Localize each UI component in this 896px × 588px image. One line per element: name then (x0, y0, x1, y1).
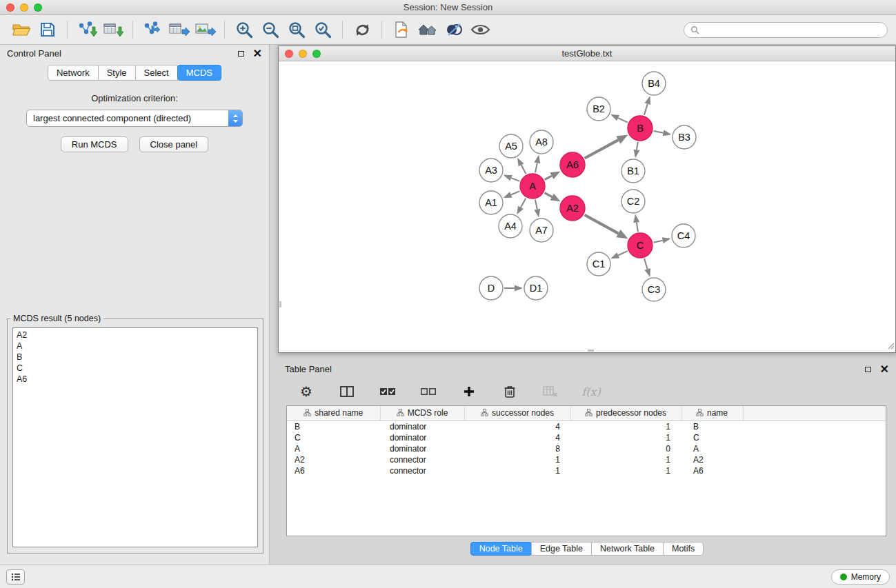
column-header-shared-name[interactable]: shared name (287, 406, 380, 420)
graph-edge-C-C3[interactable] (644, 258, 650, 277)
zoom-in-button[interactable] (231, 18, 257, 41)
graph-edge-C-C2[interactable] (633, 214, 639, 232)
graph-edge-A-A3[interactable] (504, 175, 520, 181)
graph-edge-A-A1[interactable] (504, 191, 520, 198)
column-header-successor-nodes[interactable]: successor nodes (464, 406, 570, 420)
graph-edge-A6-B[interactable] (585, 135, 628, 159)
mcds-result-item[interactable]: A6 (17, 374, 254, 385)
graph-node-A8[interactable]: A8 (530, 130, 553, 154)
mcds-result-item[interactable]: B (17, 352, 254, 363)
graph-node-C4[interactable]: C4 (672, 224, 695, 247)
maximize-network-window-button[interactable] (312, 50, 321, 58)
zoom-out-button[interactable] (257, 18, 283, 41)
deselect-all-columns-button[interactable] (415, 380, 441, 403)
vertical-scroll-indicator[interactable] (279, 301, 281, 307)
zoom-selected-button[interactable] (310, 18, 336, 41)
float-table-panel-icon[interactable] (865, 367, 871, 372)
network-graph[interactable]: B4B2BB3A8A5A6A3B1AC2A1A2A4A7C4CC1C3DD1 (279, 61, 895, 352)
close-panel-icon[interactable]: ✕ (253, 48, 262, 59)
graph-node-A6[interactable]: A6 (560, 152, 585, 177)
table-row[interactable]: A6connector11A6 (287, 465, 886, 476)
select-all-columns-button[interactable] (375, 380, 401, 403)
graph-edge-A-A7[interactable] (534, 200, 540, 218)
graph-edge-A-A6[interactable] (545, 171, 561, 179)
control-tab-select[interactable]: Select (135, 65, 178, 81)
resize-grip-icon[interactable] (887, 341, 895, 352)
graph-node-A7[interactable]: A7 (530, 219, 553, 242)
maximize-window-button[interactable] (34, 3, 42, 12)
delete-column-button[interactable] (497, 380, 523, 403)
control-tab-mcds[interactable]: MCDS (177, 65, 221, 81)
session-file-button[interactable] (388, 18, 415, 41)
graph-node-C2[interactable]: C2 (621, 190, 645, 213)
graph-node-B4[interactable]: B4 (642, 72, 666, 95)
create-column-button[interactable] (456, 380, 482, 403)
graph-node-C[interactable]: C (628, 233, 653, 258)
function-builder-button[interactable]: f(x) (578, 380, 604, 403)
run-mcds-button[interactable]: Run MCDS (61, 136, 128, 152)
close-window-button[interactable] (6, 3, 14, 12)
graph-node-C1[interactable]: C1 (587, 252, 610, 276)
horizontal-scroll-indicator[interactable] (588, 349, 594, 352)
table-tab-network-table[interactable]: Network Table (591, 542, 664, 556)
graph-node-C3[interactable]: C3 (642, 278, 666, 301)
graph-node-B[interactable]: B (628, 116, 653, 141)
graph-node-B2[interactable]: B2 (587, 97, 610, 121)
graph-node-A4[interactable]: A4 (499, 214, 522, 238)
table-tab-node-table[interactable]: Node Table (470, 542, 532, 556)
task-history-button[interactable] (6, 569, 25, 585)
criterion-dropdown[interactable]: largest connected component (directed) (26, 110, 243, 127)
close-network-window-button[interactable] (285, 50, 293, 58)
graph-edge-B-B4[interactable] (644, 96, 650, 115)
table-row[interactable]: Bdominator41B (287, 420, 886, 432)
table-tab-edge-table[interactable]: Edge Table (531, 542, 592, 556)
table-row[interactable]: A2connector11A2 (287, 454, 886, 465)
graphics-details-button[interactable] (441, 18, 467, 41)
graph-edge-B-B1[interactable] (633, 142, 639, 158)
graph-node-D[interactable]: D (479, 276, 503, 300)
show-hide-details-button[interactable] (467, 18, 493, 41)
refresh-button[interactable] (349, 18, 375, 41)
column-header-predecessor-nodes[interactable]: predecessor nodes (570, 406, 681, 420)
close-table-panel-icon[interactable]: ✕ (880, 364, 889, 375)
network-canvas[interactable]: B4B2BB3A8A5A6A3B1AC2A1A2A4A7C4CC1C3DD1 (279, 61, 895, 352)
column-header-MCDS-role[interactable]: MCDS role (380, 406, 464, 420)
search-input[interactable] (704, 25, 881, 34)
search-box[interactable] (684, 22, 888, 38)
graph-edge-C-C1[interactable] (610, 251, 627, 258)
graph-edge-C-C4[interactable] (654, 237, 671, 243)
control-tab-network[interactable]: Network (48, 65, 99, 81)
graph-edge-B-B2[interactable] (610, 114, 628, 123)
export-image-button[interactable] (192, 18, 218, 41)
minimize-network-window-button[interactable] (299, 50, 307, 58)
delete-table-button[interactable] (537, 380, 564, 403)
graph-edge-A2-C[interactable] (585, 215, 628, 239)
graph-node-B3[interactable]: B3 (673, 125, 696, 149)
graph-node-D1[interactable]: D1 (524, 276, 548, 300)
table-row[interactable]: Cdominator41C (287, 432, 886, 443)
zoom-fit-button[interactable] (283, 18, 310, 41)
open-file-button[interactable] (8, 18, 34, 41)
column-header-name[interactable]: name (681, 406, 743, 420)
graph-edge-B-B3[interactable] (654, 130, 672, 136)
graph-edge-D-D1[interactable] (504, 285, 523, 292)
close-panel-button[interactable]: Close panel (139, 136, 209, 152)
minimize-window-button[interactable] (20, 3, 28, 12)
save-session-button[interactable] (34, 18, 61, 41)
graph-node-A1[interactable]: A1 (479, 191, 503, 214)
home-overview-button[interactable] (415, 18, 441, 41)
graph-node-A5[interactable]: A5 (499, 134, 523, 158)
table-row[interactable]: Adominator80A (287, 443, 886, 454)
graph-node-A[interactable]: A (520, 174, 545, 199)
import-table-button[interactable] (100, 18, 126, 41)
graph-node-A2[interactable]: A2 (560, 196, 585, 221)
graph-edge-A-A2[interactable] (545, 193, 561, 202)
mcds-result-item[interactable]: A2 (17, 330, 254, 341)
graph-node-A3[interactable]: A3 (479, 159, 503, 182)
memory-button[interactable]: Memory (831, 569, 890, 585)
float-panel-icon[interactable] (238, 51, 244, 57)
graph-edge-A-A4[interactable] (517, 199, 526, 215)
graph-node-B1[interactable]: B1 (621, 159, 645, 183)
table-settings-button[interactable]: ⚙ (293, 380, 319, 403)
control-tab-style[interactable]: Style (98, 65, 136, 81)
